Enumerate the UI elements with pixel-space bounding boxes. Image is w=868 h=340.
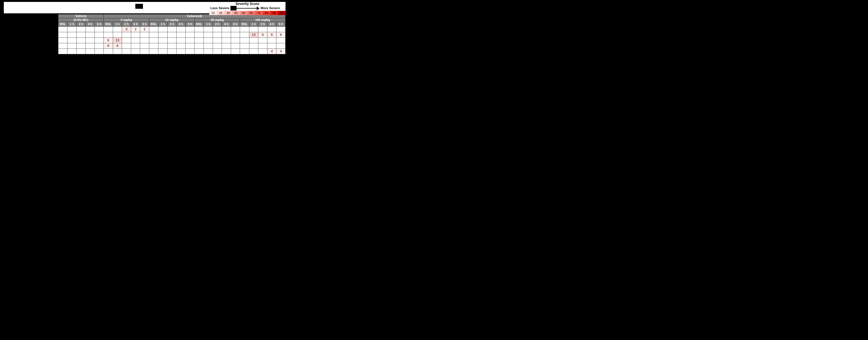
data-cell bbox=[76, 27, 85, 32]
data-cell: 8 bbox=[104, 43, 113, 49]
data-cell bbox=[204, 43, 213, 49]
legend-scale-cell: 50 bbox=[240, 11, 247, 15]
data-cell: 2 bbox=[140, 27, 149, 32]
data-cell bbox=[167, 49, 176, 54]
data-cell bbox=[213, 32, 222, 38]
data-cell bbox=[213, 27, 222, 32]
timepoint-header: BSL bbox=[240, 22, 249, 27]
data-cell bbox=[149, 32, 158, 38]
data-cell bbox=[67, 38, 76, 43]
timepoint-header: 1 h bbox=[158, 22, 167, 27]
data-cell bbox=[222, 27, 231, 32]
timepoint-header: 4 h bbox=[177, 22, 185, 27]
data-cell bbox=[86, 43, 95, 49]
data-cell bbox=[122, 43, 131, 49]
data-cell bbox=[76, 49, 85, 54]
timepoint-header: 6 h bbox=[231, 22, 240, 27]
data-cell bbox=[231, 49, 240, 54]
data-cell: 2 bbox=[131, 27, 140, 32]
data-cell bbox=[76, 32, 85, 38]
data-cell bbox=[140, 49, 149, 54]
data-cell: 4 bbox=[267, 49, 276, 54]
timepoint-header: 2 h bbox=[258, 22, 267, 27]
data-cell bbox=[258, 43, 267, 49]
data-cell bbox=[195, 49, 204, 54]
timepoint-header: 2 h bbox=[76, 22, 85, 27]
data-cell bbox=[195, 43, 204, 49]
data-cell: 6 bbox=[104, 38, 113, 43]
table-row: 322 bbox=[58, 27, 285, 32]
data-cell bbox=[58, 32, 67, 38]
data-cell bbox=[195, 38, 204, 43]
data-cell bbox=[158, 32, 167, 38]
legend-scale-cell: 30 bbox=[224, 11, 232, 15]
data-cell bbox=[122, 32, 131, 38]
data-cell bbox=[149, 38, 158, 43]
data-cell bbox=[167, 32, 176, 38]
timepoint-header: 1 h bbox=[249, 22, 258, 27]
data-cell bbox=[149, 43, 158, 49]
timepoint-header: 6 h bbox=[185, 22, 194, 27]
data-cell bbox=[95, 49, 103, 54]
data-cell bbox=[276, 27, 285, 32]
data-cell bbox=[76, 43, 85, 49]
timepoint-header: BSL bbox=[104, 22, 113, 27]
data-cell bbox=[113, 27, 122, 32]
timepoint-header: 4 h bbox=[222, 22, 231, 27]
data-cell bbox=[185, 32, 194, 38]
data-cell bbox=[177, 49, 185, 54]
data-cell bbox=[58, 43, 67, 49]
timepoint-header: 2 h bbox=[122, 22, 131, 27]
data-cell bbox=[86, 32, 95, 38]
data-cell bbox=[131, 49, 140, 54]
legend-scale-cell: 60 bbox=[247, 11, 255, 15]
page: Severity Score Less Severe More Severe 1… bbox=[0, 0, 289, 92]
data-cell bbox=[240, 32, 249, 38]
data-cell bbox=[213, 49, 222, 54]
timepoint-header: 2 h bbox=[213, 22, 222, 27]
data-cell bbox=[177, 32, 185, 38]
severity-table: VehicleCelecoxib(0.5% MC)3 mg/kg10 mg/kg… bbox=[58, 14, 285, 54]
legend-black-box bbox=[230, 6, 237, 10]
data-cell bbox=[177, 27, 185, 32]
data-cell: 8 bbox=[113, 43, 122, 49]
data-cell bbox=[167, 43, 176, 49]
data-cell bbox=[86, 49, 95, 54]
timepoint-header: 6 h bbox=[95, 22, 103, 27]
legend-row: Less Severe More Severe bbox=[209, 6, 285, 10]
data-cell bbox=[276, 43, 285, 49]
dose-header: 3 mg/kg bbox=[104, 18, 149, 22]
data-cell bbox=[240, 49, 249, 54]
data-cell: 6 bbox=[276, 32, 285, 38]
data-cell bbox=[249, 49, 258, 54]
data-cell bbox=[213, 43, 222, 49]
legend-scale-cell: 10 bbox=[209, 11, 217, 15]
data-cell: 6 bbox=[258, 32, 267, 38]
data-cell bbox=[58, 49, 67, 54]
legend-scale-cell: 90 bbox=[270, 11, 278, 15]
timepoint-header: 4 h bbox=[131, 22, 140, 27]
data-cell bbox=[131, 43, 140, 49]
data-cell bbox=[140, 32, 149, 38]
data-cell bbox=[267, 38, 276, 43]
data-cell bbox=[177, 43, 185, 49]
severity-legend: Severity Score Less Severe More Severe 1… bbox=[209, 2, 285, 15]
legend-scale-cell: 40 bbox=[232, 11, 240, 15]
data-cell: 13 bbox=[249, 32, 258, 38]
data-cell: 13 bbox=[113, 38, 122, 43]
legend-less-label: Less Severe bbox=[209, 6, 230, 10]
data-cell bbox=[140, 43, 149, 49]
data-cell bbox=[222, 43, 231, 49]
data-cell bbox=[158, 43, 167, 49]
timepoint-header: 6 h bbox=[276, 22, 285, 27]
data-cell bbox=[240, 27, 249, 32]
data-cell bbox=[86, 27, 95, 32]
data-cell bbox=[158, 27, 167, 32]
data-cell bbox=[185, 49, 194, 54]
timepoint-header: 1 h bbox=[67, 22, 76, 27]
data-cell bbox=[140, 38, 149, 43]
timepoint-header: BSL bbox=[195, 22, 204, 27]
data-cell bbox=[95, 32, 103, 38]
data-cell bbox=[222, 38, 231, 43]
timepoint-header: 4 h bbox=[86, 22, 95, 27]
